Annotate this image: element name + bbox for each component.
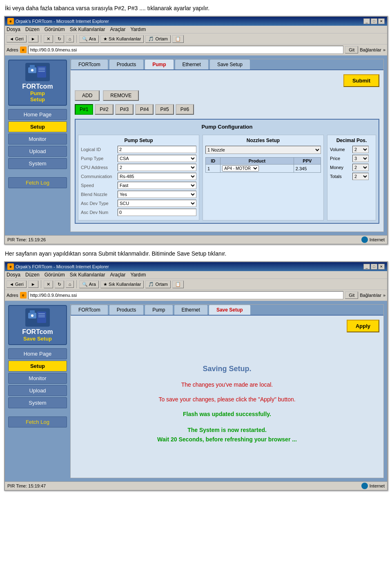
nav-home-2[interactable]: Home Page: [8, 348, 67, 359]
fetch-log-button-1[interactable]: Fetch Log: [8, 177, 67, 188]
forward-button-1[interactable]: ►: [28, 35, 38, 42]
media-button-1[interactable]: 🎵 Ortam: [145, 35, 171, 43]
title-bar-2: e Orpak's FORTcom - Microsoft Internet E…: [5, 262, 387, 271]
tab-savesetup-1[interactable]: Save Setup: [209, 59, 250, 69]
search-button-2[interactable]: 🔍 Ara: [79, 281, 99, 288]
tab-pump-2[interactable]: Pump: [145, 305, 173, 315]
menu-yardim-1[interactable]: Yardım: [130, 27, 146, 32]
totals-row: Totals 23: [330, 173, 373, 180]
nav-setup-2[interactable]: Setup: [8, 361, 67, 372]
tab-ethernet-2[interactable]: Ethernet: [174, 305, 208, 315]
totals-select[interactable]: 23: [352, 173, 369, 180]
nav-monitor-2[interactable]: Monitor: [8, 373, 67, 384]
cpu-address-select[interactable]: 2: [118, 164, 196, 171]
nav-monitor-1[interactable]: Monitor: [8, 134, 67, 145]
price-select[interactable]: 32: [352, 155, 369, 162]
maximize-button-1[interactable]: □: [371, 18, 377, 24]
menu-duzen-2[interactable]: Düzen: [25, 272, 40, 278]
minimize-button-2[interactable]: _: [363, 264, 370, 269]
pump-btn-p2[interactable]: P#2: [95, 104, 113, 115]
address-input-1[interactable]: [28, 46, 343, 54]
stop-button-1[interactable]: ✕: [44, 35, 53, 43]
pump-btn-p3[interactable]: P#3: [115, 104, 134, 115]
go-button-1[interactable]: Git: [345, 46, 358, 53]
tab-products-2[interactable]: Products: [109, 305, 144, 315]
history-button-2[interactable]: 📋: [172, 281, 184, 288]
speed-select[interactable]: Fast: [118, 182, 196, 189]
close-button-1[interactable]: ✕: [378, 18, 385, 24]
communication-select[interactable]: Rs-485: [118, 173, 196, 180]
nav-setup-1[interactable]: Setup: [8, 121, 67, 132]
money-select[interactable]: 23: [352, 164, 369, 171]
browser-content-2: FORTcom Save Setup Home Page Setup Monit…: [5, 301, 387, 481]
tab-fortcom-1[interactable]: FORTcom: [71, 59, 108, 69]
back-button-1[interactable]: ◄ Geri: [7, 35, 27, 42]
nav-upload-2[interactable]: Upload: [8, 385, 67, 396]
address-input-2[interactable]: [28, 291, 343, 299]
menu-sik-1[interactable]: Sık Kullanılanlar: [70, 27, 105, 32]
menu-araclar-1[interactable]: Araçlar: [110, 27, 125, 32]
menu-gorunum-2[interactable]: Görünüm: [45, 272, 65, 278]
tab-ethernet-1[interactable]: Ethernet: [175, 59, 209, 69]
pump-btn-p4[interactable]: P#4: [135, 104, 154, 115]
menu-duzen-1[interactable]: Düzen: [25, 27, 40, 32]
status-text-1: PIR Time: 15:19:26: [7, 237, 46, 242]
tab-products-1[interactable]: Products: [109, 59, 144, 69]
save-msg1-2: The changes you've made are local.: [181, 381, 273, 388]
home-button-2[interactable]: ⌂: [66, 281, 74, 288]
menu-gorunum-1[interactable]: Görünüm: [45, 27, 65, 32]
menu-sik-2[interactable]: Sık Kullanılanlar: [70, 272, 105, 278]
media-button-2[interactable]: 🎵 Ortam: [145, 281, 171, 288]
sidebar-1: FORTcom Pump Setup Home Page Setup Monit…: [5, 56, 70, 235]
blend-nozzle-row: Blend Nozzle Yes: [81, 191, 196, 198]
forward-button-2[interactable]: ►: [28, 281, 38, 288]
nav-upload-1[interactable]: Upload: [8, 146, 67, 157]
asc-dev-num-input[interactable]: [118, 209, 196, 216]
panel-content-1: Submit ADD REMOVE P#1 P#2 P#3 P#4 P#5 P#…: [71, 70, 383, 228]
pump-btn-p5[interactable]: P#5: [155, 104, 174, 115]
nozzle-count-select[interactable]: 1 Nozzle: [205, 146, 321, 154]
remove-button-1[interactable]: REMOVE: [103, 90, 139, 101]
nav-system-1[interactable]: System: [8, 158, 67, 169]
nozzle-product-select-1[interactable]: AP4 - MOTOR: [222, 165, 259, 171]
volume-select[interactable]: 23: [352, 146, 369, 153]
maximize-button-2[interactable]: □: [371, 264, 377, 269]
stop-button-2[interactable]: ✕: [44, 281, 53, 288]
favorites-button-1[interactable]: ★ Sık Kullanılanlar: [100, 35, 144, 43]
tab-pump-1[interactable]: Pump: [145, 59, 174, 69]
blend-nozzle-select[interactable]: Yes: [118, 191, 196, 198]
nozzle-col-product: Product: [220, 158, 294, 165]
pump-type-select[interactable]: CSA: [118, 155, 196, 162]
menu-yardim-2[interactable]: Yardım: [130, 272, 146, 278]
history-button-1[interactable]: 📋: [172, 35, 184, 43]
add-button-1[interactable]: ADD: [75, 90, 100, 101]
status-text-2: PIR Time: 15:19:47: [7, 483, 46, 488]
home-button-1[interactable]: ⌂: [66, 35, 74, 42]
address-icon-1: e: [20, 47, 27, 53]
logical-id-input[interactable]: [118, 146, 196, 153]
asc-dev-type-select[interactable]: SCU: [118, 200, 196, 207]
nav-home-1[interactable]: Home Page: [8, 109, 67, 120]
volume-row: Volume 23: [330, 146, 373, 153]
close-button-2[interactable]: ✕: [378, 264, 385, 269]
browser-title-2: Orpak's FORTcom - Microsoft Internet Exp…: [16, 264, 109, 269]
refresh-button-2[interactable]: ↻: [55, 281, 64, 288]
tab-savesetup-2[interactable]: Save Setup: [209, 305, 251, 315]
menu-dosya-1[interactable]: Dosya: [7, 27, 20, 32]
apply-button-2[interactable]: Apply: [347, 320, 379, 332]
fetch-log-button-2[interactable]: Fetch Log: [8, 416, 67, 428]
submit-button-1[interactable]: Submit: [343, 74, 379, 87]
minimize-button-1[interactable]: _: [363, 18, 370, 24]
back-button-2[interactable]: ◄ Geri: [7, 281, 27, 288]
refresh-button-1[interactable]: ↻: [55, 35, 64, 43]
tab-fortcom-2[interactable]: FORTcom: [71, 305, 108, 315]
go-button-2[interactable]: Git: [345, 292, 358, 299]
menu-araclar-2[interactable]: Araçlar: [110, 272, 125, 278]
pump-btn-p1[interactable]: P#1: [75, 104, 93, 115]
menu-dosya-2[interactable]: Dosya: [7, 272, 20, 278]
pump-btn-p6[interactable]: P#6: [176, 104, 194, 115]
totals-label: Totals: [330, 174, 352, 179]
favorites-button-2[interactable]: ★ Sık Kullanılanlar: [100, 281, 144, 288]
nav-system-2[interactable]: System: [8, 397, 67, 408]
search-button-1[interactable]: 🔍 Ara: [79, 35, 99, 43]
